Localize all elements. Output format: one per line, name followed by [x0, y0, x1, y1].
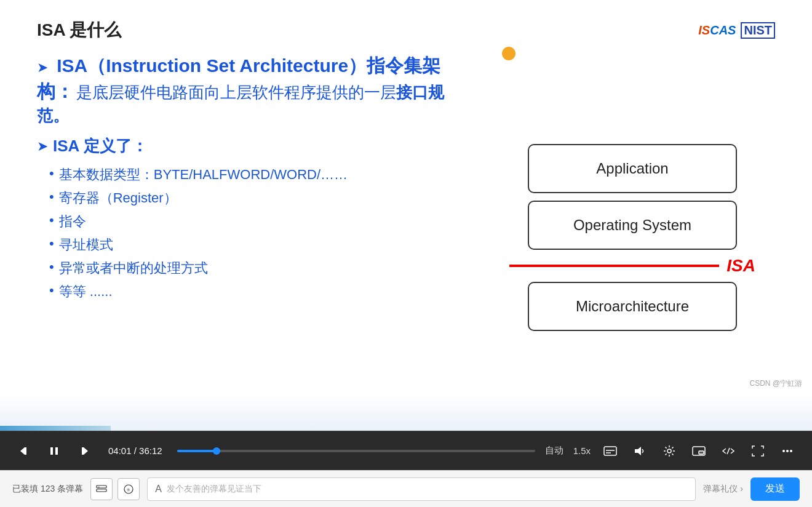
- main-heading: ➤ ISA（Instruction Set Architecture）指令集架构…: [37, 53, 465, 127]
- progress-dot: [213, 447, 220, 455]
- progress-fill: [177, 450, 217, 452]
- bullet-item-4: 寻址模式: [49, 236, 465, 254]
- danmaku-send-button[interactable]: 发送: [750, 477, 800, 501]
- slide-content: ISA 是什么 ISCAS NIST ➤ ISA（Instruction Set…: [0, 0, 812, 431]
- svg-rect-5: [82, 447, 84, 455]
- svg-text:弹: 弹: [98, 486, 100, 489]
- time-separator: /: [134, 445, 139, 456]
- danmaku-count: 已装填 123 条弹幕: [12, 484, 83, 495]
- svg-rect-13: [699, 451, 704, 454]
- svg-point-15: [782, 450, 785, 452]
- svg-marker-10: [635, 447, 641, 455]
- bullet-item-6: 等等 ......: [49, 282, 465, 301]
- second-heading: ➤ ISA 定义了：: [37, 135, 465, 157]
- svg-point-11: [667, 449, 671, 453]
- arrow-prefix-1: ➤: [37, 60, 52, 75]
- diagram-box-os: Operating System: [528, 201, 737, 250]
- slide-area: ISA 是什么 ISCAS NIST ➤ ISA（Instruction Set…: [0, 0, 812, 431]
- total-time: 36:12: [139, 445, 162, 456]
- pip-button[interactable]: [689, 441, 709, 461]
- csdn-watermark: CSDN @宁虹游: [749, 378, 802, 389]
- bullet-item-5: 异常或者中断的处理方式: [49, 259, 465, 277]
- svg-point-17: [790, 450, 792, 452]
- iscas-cas: CAS: [710, 23, 736, 37]
- current-time: 04:01: [108, 445, 132, 456]
- bullet-item-1: 基本数据类型：BYTE/HALFWORD/WORD/……: [49, 166, 465, 184]
- danmaku-style-btn-1[interactable]: 弹: [90, 478, 113, 500]
- orange-dot-decoration: [502, 47, 515, 60]
- danmaku-style-btn-2[interactable]: 弹: [117, 478, 140, 500]
- skip-forward-button[interactable]: [74, 441, 94, 461]
- volume-button[interactable]: [630, 441, 650, 461]
- danmaku-etiquette[interactable]: 弹幕礼仪 ›: [703, 484, 743, 495]
- quality-selector[interactable]: 自动: [545, 445, 563, 457]
- svg-rect-19: [97, 489, 106, 492]
- danmaku-input-area[interactable]: A 发个友善的弹幕见证当下: [147, 477, 696, 501]
- nist-logo: NIST: [741, 22, 775, 39]
- isa-main-subtitle: 是底层硬件电路面向上层软件程序提供的一层接口规范。: [37, 83, 444, 125]
- extra-button[interactable]: [778, 441, 797, 461]
- isa-line: [509, 265, 719, 267]
- bullet-item-2: 寄存器（Register）: [49, 189, 465, 207]
- slide-title: ISA 是什么: [37, 18, 121, 42]
- controls-bar: 04:01 / 36:12 自动 1.5x: [0, 431, 812, 470]
- danmaku-icon-group: 弹 弹: [90, 478, 140, 500]
- svg-rect-6: [604, 447, 616, 455]
- fullscreen-button[interactable]: [748, 441, 768, 461]
- iscas-is: IS: [698, 23, 710, 37]
- scroll-indicator: [0, 426, 111, 431]
- bold-interface: 接口规范。: [37, 83, 444, 125]
- isa-divider-row: ISA: [509, 256, 755, 276]
- danmaku-bar: 已装填 123 条弹幕 弹 弹 A 发个友善的弹幕见证当下: [0, 470, 812, 507]
- svg-text:弹: 弹: [127, 488, 130, 492]
- left-content: ➤ ISA（Instruction Set Architecture）指令集架构…: [37, 53, 465, 410]
- subtitle-button[interactable]: [600, 441, 620, 461]
- slide-body: ➤ ISA（Instruction Set Architecture）指令集架构…: [37, 53, 775, 410]
- bullet-list: 基本数据类型：BYTE/HALFWORD/WORD/…… 寄存器（Registe…: [37, 166, 465, 301]
- svg-rect-3: [55, 447, 58, 455]
- diagram-box-microarch: Microarchitecture: [528, 282, 737, 331]
- svg-point-16: [786, 450, 789, 452]
- logo-area: ISCAS NIST: [698, 22, 775, 39]
- diagram-box-application: Application: [528, 144, 737, 193]
- progress-bar[interactable]: [177, 450, 535, 452]
- bullet-item-3: 指令: [49, 212, 465, 231]
- speed-selector[interactable]: 1.5x: [573, 445, 591, 456]
- svg-line-14: [727, 448, 730, 454]
- svg-marker-4: [84, 447, 88, 455]
- danmaku-font-icon: A: [155, 484, 162, 495]
- code-button[interactable]: [718, 441, 738, 461]
- second-heading-text: ISA 定义了：: [53, 135, 148, 157]
- isa-label: ISA: [726, 256, 755, 276]
- slide-title-bar: ISA 是什么 ISCAS NIST: [37, 18, 775, 42]
- bottom-fade: [0, 394, 812, 431]
- video-container: ISA 是什么 ISCAS NIST ➤ ISA（Instruction Set…: [0, 0, 812, 507]
- skip-back-button[interactable]: [15, 441, 34, 461]
- time-display: 04:01 / 36:12: [108, 445, 162, 456]
- svg-marker-0: [20, 447, 25, 455]
- right-diagram: Application Operating System ISA Microar…: [490, 53, 775, 410]
- settings-button[interactable]: [659, 441, 679, 461]
- danmaku-placeholder: 发个友善的弹幕见证当下: [167, 484, 688, 495]
- iscas-logo: ISCAS: [698, 23, 736, 38]
- arrow-prefix-2: ➤: [37, 138, 48, 154]
- pause-button[interactable]: [44, 441, 64, 461]
- svg-rect-2: [50, 447, 53, 455]
- svg-rect-1: [25, 447, 26, 455]
